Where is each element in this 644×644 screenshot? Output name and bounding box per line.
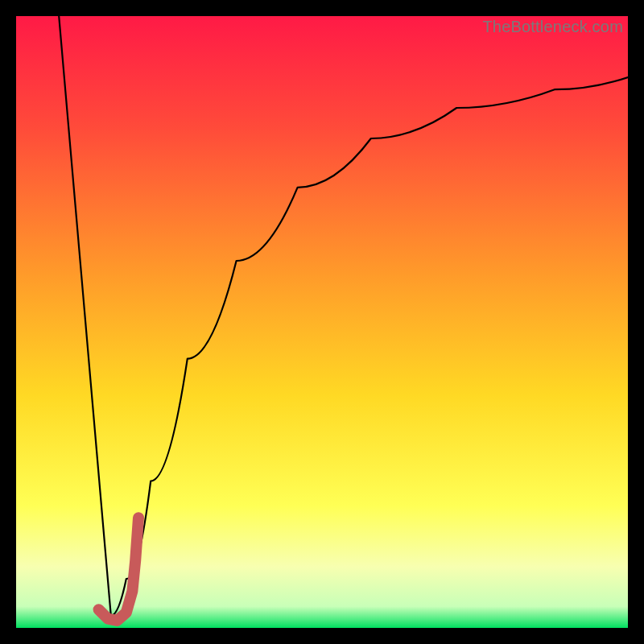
- curve-layer: [16, 16, 628, 628]
- plot-area: TheBottleneck.com: [16, 16, 628, 628]
- watermark-text: TheBottleneck.com: [482, 18, 623, 36]
- bottleneck-curve: [59, 16, 628, 616]
- chart-frame: TheBottleneck.com: [0, 0, 644, 644]
